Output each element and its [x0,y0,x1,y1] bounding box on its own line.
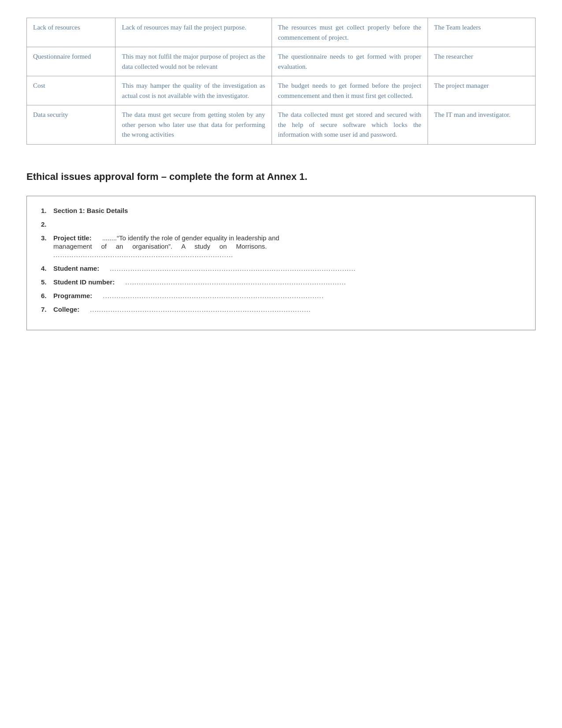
ethical-heading: Ethical issues approval form – complete … [26,171,536,183]
annex-label: Student ID number: [53,278,115,286]
annex-number: 4. [41,265,53,272]
risk-cell: Cost [27,76,115,105]
risk-cell: Questionnaire formed [27,47,115,76]
description-cell: Lack of resources may fail the project p… [115,18,272,47]
annex-label: College: [53,306,79,313]
annex-number: 3. [41,234,53,242]
annex-label: Student name: [53,265,99,272]
annex-section1: 1. Section 1: Basic Details [41,207,521,214]
annex-label: Project title: [53,234,92,242]
annex-number: 2. [41,220,53,228]
annex-label: Programme: [53,292,92,299]
annex-dots: ........................................… [110,265,521,272]
annex-item-6: 6. Programme: ..........................… [41,292,521,299]
risk-table: Lack of resources Lack of resources may … [26,18,536,145]
annex-dots: ........................................… [125,278,521,286]
risk-cell: Lack of resources [27,18,115,47]
annex-box: 1. Section 1: Basic Details 2. 3. Projec… [26,196,536,330]
annex-project-line2: management of an organisation”. A study … [53,243,521,250]
risk-cell: Data security [27,105,115,145]
description-cell: This may not fulfil the major purpose of… [115,47,272,76]
description-cell: The data must get secure from getting st… [115,105,272,145]
table-row: Data security The data must get secure f… [27,105,536,145]
annex-project-title: 3. Project title: ........“To identify t… [41,234,521,258]
responsible-cell: The researcher [428,47,535,76]
annex-project-dots: ........................................… [53,251,233,258]
responsible-cell: The project manager [428,76,535,105]
annex-number: 5. [41,278,53,286]
table-row: Lack of resources Lack of resources may … [27,18,536,47]
annex-item-7: 7. College: ............................… [41,306,521,313]
annex-item-4: 4. Student name: .......................… [41,265,521,272]
annex-number: 1. [41,207,53,214]
table-row: Cost This may hamper the quality of the … [27,76,536,105]
table-row: Questionnaire formed This may not fulfil… [27,47,536,76]
annex-project-value: ........“To identify the role of gender … [102,234,279,242]
responsible-cell: The Team leaders [428,18,535,47]
annex-item-2: 2. [41,220,521,228]
responsible-cell: The IT man and investigator. [428,105,535,145]
mitigation-cell: The resources must get collect properly … [272,18,428,47]
annex-number: 6. [41,292,53,299]
mitigation-cell: The budget needs to get formed before th… [272,76,428,105]
annex-dots: ........................................… [103,292,521,299]
annex-dots: ........................................… [90,306,521,313]
mitigation-cell: The questionnaire needs to get formed wi… [272,47,428,76]
annex-number: 7. [41,306,53,313]
annex-label: Section 1: Basic Details [53,207,128,214]
annex-item-5: 5. Student ID number: ..................… [41,278,521,286]
mitigation-cell: The data collected must get stored and s… [272,105,428,145]
description-cell: This may hamper the quality of the inves… [115,76,272,105]
